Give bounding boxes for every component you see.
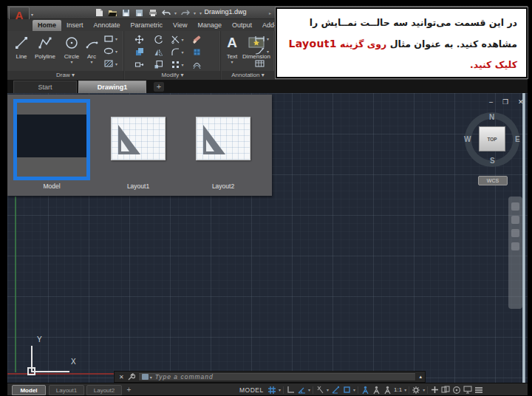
annotation-panel-label[interactable]: Annotation ▾ (222, 71, 274, 80)
grid-caret-icon[interactable]: ▾ (279, 387, 281, 392)
hatch-caret-icon[interactable]: ▾ (115, 61, 117, 66)
layout-tab-layout2[interactable]: Layout2 (86, 385, 122, 395)
array-button[interactable]: ▾ (171, 60, 183, 69)
viewcube-east[interactable]: E (515, 135, 520, 143)
layout-tab-model[interactable]: Model (12, 385, 46, 395)
ribbon-tab-insert[interactable]: Insert (61, 20, 89, 31)
scale-button[interactable] (154, 60, 163, 69)
workspace-gear-icon[interactable] (412, 386, 420, 395)
circle-button[interactable]: Circle ▾ (59, 33, 84, 64)
save-icon[interactable] (121, 8, 131, 18)
ribbon-tab-manage[interactable]: Manage (192, 20, 227, 31)
arc-caret-icon[interactable]: ▾ (81, 60, 102, 64)
annotation-scale-value[interactable]: 1:1 (394, 386, 402, 393)
annotation-autoscale-icon[interactable] (372, 386, 381, 395)
command-expand-icon[interactable]: ▴ (419, 374, 422, 380)
fillet-button[interactable]: ▾ (171, 47, 183, 57)
grid-toggle-icon[interactable] (267, 386, 276, 395)
ribbon-tab-parametric[interactable]: Parametric (126, 20, 168, 31)
polar-toggle-icon[interactable] (297, 386, 306, 395)
zoom-icon[interactable] (511, 229, 519, 237)
restore-icon[interactable]: ❐ (502, 98, 508, 106)
new-file-icon[interactable] (95, 8, 104, 18)
osnap-caret-icon[interactable]: ▾ (353, 387, 355, 392)
circle-caret-icon[interactable]: ▾ (59, 60, 84, 64)
polar-caret-icon[interactable]: ▾ (308, 387, 310, 392)
graphics-performance-icon[interactable] (463, 386, 472, 395)
explode-button[interactable] (192, 47, 202, 57)
minimize-icon[interactable]: – (489, 98, 493, 106)
scale-caret-icon[interactable]: ▾ (404, 387, 406, 392)
viewcube-west[interactable]: W (464, 135, 471, 143)
new-drawing-tab-button[interactable]: + (154, 82, 164, 92)
save-as-icon[interactable] (134, 8, 144, 18)
model-thumbnail[interactable] (13, 99, 90, 180)
offset-button[interactable] (192, 60, 202, 69)
annotation-monitor-plus-icon[interactable] (430, 386, 439, 395)
table-button[interactable] (254, 58, 269, 69)
draw-panel-label[interactable]: Draw ▾ (7, 71, 123, 80)
undo-icon[interactable] (161, 8, 171, 18)
text-caret-icon[interactable]: ▾ (222, 60, 242, 64)
line-button[interactable]: Line (9, 33, 34, 60)
annotation-scale-icon[interactable] (383, 386, 392, 395)
command-input[interactable]: ▾ Type a command (138, 372, 417, 381)
annotation-visibility-icon[interactable] (361, 386, 369, 395)
undo-caret-icon[interactable]: ▾ (174, 10, 177, 16)
viewcube-north[interactable]: N (489, 113, 494, 121)
file-tab-start[interactable]: Start (13, 81, 77, 93)
linear-dimension-button[interactable]: ▾ (254, 33, 269, 44)
stretch-button[interactable] (134, 60, 144, 69)
customize-wrench-icon[interactable] (127, 373, 135, 381)
command-caret-icon[interactable]: ▾ (150, 375, 152, 380)
linear-dimension-caret-icon[interactable]: ▾ (267, 36, 269, 41)
drawing-canvas[interactable]: Model Layout1 Layout2 – ❐ ✕ N W E S TOP … (7, 93, 528, 383)
arc-button[interactable]: Arc ▾ (81, 33, 102, 64)
move-button[interactable] (134, 35, 144, 44)
command-close-icon[interactable]: ✕ (119, 374, 124, 380)
plot-icon[interactable] (148, 8, 157, 18)
modify-panel-label[interactable]: Modify ▾ (125, 71, 220, 80)
layout1-thumbnail[interactable] (111, 117, 166, 160)
osnap-toggle-icon[interactable] (342, 386, 351, 395)
hatch-button[interactable]: ▾ (103, 58, 117, 69)
mirror-button[interactable] (154, 47, 163, 57)
ribbon-tab-home[interactable]: Home (33, 20, 61, 31)
rotate-button[interactable] (154, 35, 163, 44)
erase-button[interactable] (192, 35, 202, 44)
new-layout-button[interactable]: + (124, 385, 134, 395)
vertical-scrollbar[interactable] (522, 93, 525, 383)
navigation-bar[interactable] (508, 197, 522, 309)
ellipse-button[interactable]: ▾ (103, 46, 117, 56)
leader-caret-icon[interactable]: ▾ (267, 49, 269, 54)
isodraft-toggle-icon[interactable] (316, 386, 324, 395)
viewcube-south[interactable]: S (490, 157, 495, 165)
file-tab-drawing1[interactable]: Drawing1 (78, 81, 146, 93)
open-file-icon[interactable] (108, 8, 117, 18)
full-navigation-wheel-icon[interactable] (511, 202, 519, 211)
array-caret-icon[interactable]: ▾ (181, 62, 183, 67)
ribbon-tab-view[interactable]: View (168, 20, 192, 31)
pan-icon[interactable] (511, 216, 519, 224)
ellipse-caret-icon[interactable]: ▾ (115, 49, 117, 54)
orbit-icon[interactable] (511, 242, 519, 250)
otrack-toggle-icon[interactable] (331, 386, 340, 395)
layout2-thumbnail[interactable] (196, 117, 250, 160)
trim-caret-icon[interactable]: ▾ (181, 37, 183, 42)
polyline-button[interactable]: Polyline (31, 33, 59, 60)
isodraft-caret-icon[interactable]: ▾ (327, 387, 329, 392)
ribbon-tab-output[interactable]: Output (227, 20, 257, 31)
quick-properties-icon[interactable] (441, 386, 450, 395)
ribbon-tab-annotate[interactable]: Annotate (89, 20, 126, 31)
copy-button[interactable] (134, 47, 144, 57)
wcs-dropdown[interactable]: WCS (478, 176, 508, 185)
trim-button[interactable]: ▾ (171, 35, 183, 44)
text-button[interactable]: A Text ▾ (222, 33, 242, 64)
app-menu-caret-icon[interactable]: ▾ (31, 12, 33, 17)
customize-menu-icon[interactable] (474, 386, 483, 395)
rectangle-button[interactable]: ▾ (103, 33, 117, 44)
viewcube-top-face[interactable]: TOP (479, 126, 505, 151)
isolate-objects-icon[interactable] (452, 386, 461, 395)
model-space-indicator[interactable]: MODEL (239, 386, 264, 394)
workspace-caret-icon[interactable]: ▾ (423, 387, 425, 392)
